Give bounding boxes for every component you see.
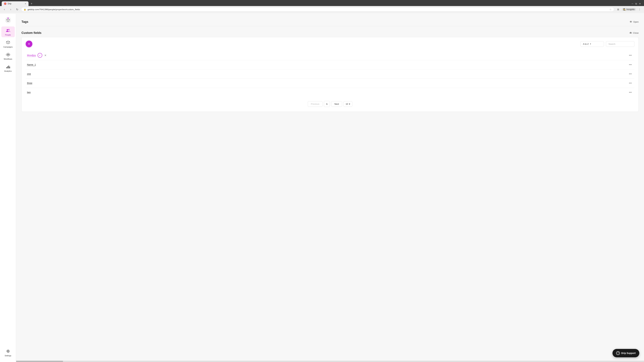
sidebar-item-settings[interactable]: Settings [1, 347, 15, 358]
main-content: Tags 👁 Open Custom fields 👁 Close [16, 14, 644, 362]
tab-title: Drip [8, 2, 12, 5]
table-row: Moodjoy ✓ ✕ ••• [26, 51, 634, 60]
sidebar-item-workflows-label: Workflows [4, 58, 12, 60]
sidebar-item-campaigns-label: Campaigns [3, 46, 13, 48]
drip-support-button[interactable]: ? Drip Support [612, 349, 639, 357]
address-bar[interactable]: 🔒 getdrip.com/7641396/people/properties#… [21, 7, 614, 11]
minimize-button[interactable]: ─ [632, 2, 633, 5]
table-row: one ••• [26, 69, 634, 78]
custom-fields-panel: + A to Z ▾ [22, 37, 639, 112]
lock-icon: 🔒 [24, 8, 26, 10]
tags-divider [22, 26, 639, 26]
add-field-button[interactable]: + [26, 40, 32, 47]
svg-rect-9 [8, 55, 9, 56]
svg-line-13 [9, 54, 9, 55]
forward-button[interactable]: › [8, 7, 13, 12]
table-row: Name_1 ••• [26, 60, 634, 69]
nav-bar: ‹ › ↻ 🔒 getdrip.com/7641396/people/prope… [0, 6, 644, 13]
panel-controls: + A to Z ▾ [26, 40, 634, 47]
tags-open-icon: 👁 [630, 20, 632, 23]
svg-point-19 [8, 351, 8, 352]
field-name-three[interactable]: three [27, 82, 32, 84]
previous-page-button[interactable]: Previous [308, 101, 323, 107]
svg-rect-7 [6, 54, 8, 55]
tab-bar: 🙂 Drip × + ─ ⧉ ✕ [0, 0, 644, 6]
field-name-cell: one [27, 72, 31, 75]
bottom-scrollbar[interactable] [16, 361, 644, 362]
search-field[interactable] [608, 43, 632, 45]
table-row: three ••• [26, 78, 634, 88]
menu-button[interactable]: ⋮ [637, 7, 642, 12]
sidebar-item-analytics[interactable]: Analytics [1, 63, 15, 73]
settings-icon [5, 349, 11, 354]
drip-support-icon: ? [616, 351, 620, 355]
per-page-value: 10 [346, 103, 348, 105]
sort-select[interactable]: A to Z ▾ [580, 41, 604, 47]
field-name-two[interactable]: two [27, 91, 31, 94]
svg-rect-10 [9, 54, 10, 55]
scrollbar-thumb[interactable] [16, 361, 63, 362]
tab-close-button[interactable]: × [25, 2, 26, 5]
field-name-cell: Moodjoy ✓ ✕ [27, 53, 46, 58]
field-more-button-one[interactable]: ••• [628, 72, 633, 76]
field-more-button-three[interactable]: ••• [628, 81, 633, 85]
address-text: getdrip.com/7641396/people/properties#cu… [28, 8, 608, 11]
custom-fields-section-header: Custom fields 👁 Close [22, 29, 639, 37]
content-area: Tags 👁 Open Custom fields 👁 Close [16, 14, 644, 118]
pagination: Previous 1 Next 10 ▾ [26, 97, 634, 108]
fields-list: Moodjoy ✓ ✕ ••• Name_1 [26, 51, 634, 97]
sidebar-item-campaigns[interactable]: Campaigns [1, 38, 15, 49]
next-page-button[interactable]: Next [331, 101, 342, 107]
field-name-moodjoy[interactable]: Moodjoy [27, 54, 36, 57]
drip-support-label: Drip Support [621, 352, 636, 355]
svg-rect-8 [8, 53, 9, 54]
field-name-cell: three [27, 82, 32, 84]
bookmark-icon[interactable]: ☆ [610, 8, 612, 11]
analytics-icon [5, 64, 11, 69]
field-edit-cancel-button[interactable]: ✕ [44, 54, 46, 57]
nav-icons: ⊞ 🕵 Incognito ⋮ [616, 7, 642, 12]
incognito-icon: 🕵 [623, 8, 626, 10]
per-page-select[interactable]: 10 ▾ [344, 101, 352, 107]
sidebar-item-workflows[interactable]: Workflows [1, 51, 15, 61]
svg-rect-17 [8, 65, 9, 68]
svg-point-4 [7, 29, 8, 30]
workflows-icon [5, 52, 11, 57]
browser-chrome: 🙂 Drip × + ─ ⧉ ✕ ‹ › ↻ 🔒 getdrip.com/764… [0, 0, 644, 13]
field-more-button-moodjoy[interactable]: ••• [628, 53, 633, 57]
refresh-button[interactable]: ↻ [15, 7, 20, 12]
incognito-badge: 🕵 Incognito [622, 8, 636, 11]
restore-button[interactable]: ⧉ [635, 2, 637, 5]
field-more-button-two[interactable]: ••• [628, 90, 633, 94]
extensions-button[interactable]: ⊞ [616, 7, 620, 12]
field-name-name1[interactable]: Name_1 [27, 63, 36, 66]
tab-favicon: 🙂 [4, 2, 6, 5]
table-row: two ••• [26, 88, 634, 97]
tags-open-label: Open [633, 21, 639, 23]
svg-rect-16 [8, 66, 8, 68]
active-tab[interactable]: 🙂 Drip × [2, 1, 28, 6]
search-input-wrapper[interactable] [606, 41, 634, 47]
new-tab-button[interactable]: + [29, 1, 34, 6]
tags-open-button[interactable]: 👁 Open [630, 20, 639, 23]
custom-fields-close-icon: 👁 [630, 31, 632, 34]
sidebar-item-people[interactable]: People [1, 26, 15, 37]
panel-filters: A to Z ▾ [580, 41, 634, 47]
custom-fields-close-label: Close [633, 32, 639, 34]
per-page-chevron-icon: ▾ [349, 103, 350, 105]
sidebar-item-people-label: People [5, 34, 11, 36]
field-edit-confirm-button[interactable]: ✓ [38, 53, 42, 58]
sort-value: A to Z [583, 43, 589, 45]
field-name-one[interactable]: one [27, 72, 31, 75]
svg-point-2 [8, 19, 10, 20]
tags-section: Tags 👁 Open [22, 18, 639, 26]
campaigns-icon [5, 40, 11, 45]
sidebar-logo[interactable] [4, 16, 12, 24]
field-more-button-name1[interactable]: ••• [628, 62, 633, 67]
sidebar-bottom: Settings [1, 347, 15, 358]
back-button[interactable]: ‹ [2, 7, 7, 12]
custom-fields-close-button[interactable]: 👁 Close [630, 31, 639, 34]
close-window-button[interactable]: ✕ [639, 2, 641, 5]
app-wrapper: People Campaigns [0, 14, 644, 362]
field-name-cell: Name_1 [27, 63, 36, 66]
